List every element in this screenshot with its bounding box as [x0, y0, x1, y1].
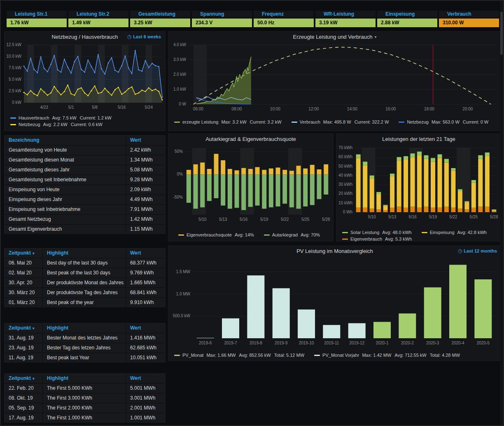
time-range-link[interactable]: ◷Last 6 weeks	[127, 34, 161, 40]
column-header-zeitpunkt[interactable]: Zeitpunkt▾	[5, 374, 42, 383]
legend-swatch-icon	[422, 232, 427, 233]
panel-title[interactable]: Netzbezug / Hausverbrauch	[51, 34, 118, 40]
panel-title[interactable]: Autarkiegrad & Eigenverbrauchsquote	[205, 136, 296, 142]
chevron-down-icon[interactable]: ▾	[374, 35, 376, 39]
svg-text:2.0 kW: 2.0 kW	[173, 72, 187, 77]
column-header-highlight[interactable]: Highlight	[42, 374, 126, 383]
legend-item-autarkiegrad[interactable]: AutarkiegradAvg: 70%	[264, 232, 323, 238]
legend-value: Avg: 2.2 kW	[43, 122, 68, 128]
netzbezug-hausverbrauch-chart[interactable]: 0 kW2.5 kW5.0 kW7.5 kW10.0 kW12.5 kW4/23…	[5, 42, 165, 114]
legend-value: Avg: 7.5 kW	[52, 115, 77, 121]
svg-text:5/16: 5/16	[408, 215, 417, 219]
stat-title[interactable]: Frequenz	[254, 11, 314, 18]
column-header-zeitpunkt[interactable]: Zeitpunkt▾	[5, 248, 42, 258]
svg-text:2019-8: 2019-8	[250, 341, 263, 345]
stat-value: 310.00 W	[439, 19, 499, 27]
column-header-zeitpunkt[interactable]: Zeitpunkt▾	[5, 323, 42, 333]
legend-swatch-icon	[178, 234, 184, 236]
legend-item-erzeugte-leistung[interactable]: erzeugte LeistungMax: 3.2 kWCurrent: 3.2…	[174, 119, 285, 125]
table-cell: 30. März 20	[5, 288, 42, 297]
stat-title[interactable]: Einspeisung	[377, 11, 437, 18]
column-header-bezeichnung[interactable]: Bezeichnung	[5, 136, 126, 145]
svg-text:2020-5: 2020-5	[477, 341, 490, 345]
stat-panel-gesamtleistung: Gesamtleistung3.25 kW	[130, 11, 190, 27]
table-row: Einspeisung von Heute2.09 kWh	[5, 185, 165, 195]
stat-title[interactable]: Gesamtleistung	[130, 11, 190, 18]
legend-item-einspeisung[interactable]: EinspeisungAvg: 42.8 kWh	[422, 229, 490, 236]
table-row: Einspeisung dieses Jahr4.49 MWh	[5, 195, 165, 205]
leistungen-legend: Solar LeistungAvg: 48.0 kWhEinspeisungAv…	[336, 229, 501, 243]
leistungen-21-tage-chart[interactable]: 0 Wh10 kWh20 kWh30 kWh40 kWh50 kWh60 kWh…	[336, 144, 501, 229]
stat-title[interactable]: Verbrauch	[439, 11, 499, 18]
pv-monatsvergleich-chart[interactable]: 500.0 kW1.0 MW1.5 MW2019-62019-72019-820…	[168, 256, 501, 351]
table-cell: Best peak of the year	[42, 298, 126, 307]
column-header-wert[interactable]: Wert	[126, 323, 165, 333]
column-header-wert[interactable]: Wert	[126, 136, 165, 145]
panel-header: Erzeugte Leistung und Verbrauch ▾	[168, 32, 501, 42]
svg-text:12.5 kW: 12.5 kW	[6, 42, 21, 47]
legend-item-netzbezug[interactable]: NetzbezugMax: 563.0 WCurrent: 0 W	[399, 119, 492, 125]
legend-swatch-icon	[174, 355, 180, 356]
legend-item-pv-monat-vorjahr[interactable]: PV_Monat VorjahrMax: 1.42 MWAvg: 712.55 …	[314, 352, 463, 358]
svg-text:0 W: 0 W	[179, 102, 186, 106]
panel-pv-monatsvergleich: PV Leistung im Monatsvergleich ◷Last 12 …	[168, 246, 502, 361]
panel-autarkiegrad: Autarkiegrad & Eigenverbrauchsquote 50%0…	[168, 133, 334, 241]
legend-label: PV_Monat	[182, 352, 203, 358]
scrollbar-thumb[interactable]	[500, 12, 503, 55]
table-cell: 9.910 kWh	[126, 298, 165, 307]
time-range-link[interactable]: ◷Last 12 months	[458, 248, 497, 254]
legend-item-eigenverbrauchsquote[interactable]: EigenverbrauchsquoteAvg: 14%	[178, 232, 257, 238]
netzbezug-legend: HausverbrauchAvg: 7.5 kWCurrent: 1.2 kWN…	[5, 114, 165, 129]
stat-panel-verbrauch: Verbrauch310.00 W	[439, 11, 499, 27]
table-cell: Gesamtleistung diesen Monat	[5, 155, 126, 165]
table-row: Gesamtleistung seit Inberiebnahme9.28 MW…	[5, 175, 165, 185]
legend-label: Autarkiegrad	[272, 232, 298, 238]
table-cell: 11. Aug. 19	[5, 353, 42, 363]
svg-text:5/25: 5/25	[470, 215, 478, 219]
legend-value: Current: 322.2 W	[355, 119, 389, 125]
table-cell: 4.49 MWh	[126, 195, 165, 204]
stat-title[interactable]: Leistung Str.1	[7, 11, 67, 18]
table-row: Gesamtleistung von Heute2.42 kWh	[5, 145, 165, 155]
svg-text:50%: 50%	[175, 149, 183, 154]
legend-value: Current: 0.6 kW	[71, 122, 103, 128]
erzeugte-leistung-chart[interactable]: 0 W1.0 kW2.0 kW3.0 kW4.0 kW06:0008:0010:…	[168, 42, 501, 118]
table-cell: Bester Tag des letzen Jahres	[42, 343, 126, 353]
table-cell: The First 5.000 KWh	[42, 384, 126, 393]
column-header-wert[interactable]: Wert	[126, 374, 165, 383]
svg-text:30 kWh: 30 kWh	[338, 182, 352, 187]
svg-text:5/8: 5/8	[92, 105, 98, 110]
table-cell: The First 1.000 KWh	[42, 413, 126, 423]
stat-title[interactable]: WR-Leistung	[315, 11, 376, 18]
autarkiegrad-chart[interactable]: 50%0%-50%5/105/135/165/195/225/255/28	[168, 144, 333, 231]
svg-text:1.0 MW: 1.0 MW	[176, 292, 191, 296]
legend-label: Verbrauch	[300, 119, 320, 125]
column-header-highlight[interactable]: Highlight	[42, 248, 126, 258]
time-range-label: Last 12 months	[464, 248, 497, 253]
panel-title[interactable]: PV Leistung im Monatsvergleich	[296, 248, 373, 254]
table-row: 01. März 20Best peak of the year9.910 kW…	[5, 298, 165, 308]
column-header-highlight[interactable]: Highlight	[42, 323, 126, 333]
legend-label: Hausverbrauch	[19, 115, 49, 121]
panel-title[interactable]: Leistungen der letzten 21 Tage	[382, 136, 455, 142]
svg-text:20:00: 20:00	[462, 107, 473, 111]
legend-item-pv-monat[interactable]: PV_MonatMax: 1.66 MWAvg: 852.56 kWTotal:…	[174, 352, 308, 358]
grafana-solar-dashboard: Leistung Str.11.76 kWLeistung Str.21.49 …	[0, 0, 504, 426]
legend-value: Max: 495.8 W	[323, 119, 351, 125]
panel-title[interactable]: Erzeugte Leistung und Verbrauch	[293, 34, 373, 40]
table-row: Einspeisung seit Inbetriebnahme7.91 MWh	[5, 205, 165, 215]
svg-text:2020-3: 2020-3	[426, 341, 439, 345]
stat-title[interactable]: Leistung Str.2	[68, 11, 128, 18]
legend-item-netzbezug[interactable]: NetzbezugAvg: 2.2 kWCurrent: 0.6 kW	[10, 122, 159, 128]
legend-item-solar-leistung[interactable]: Solar LeistungAvg: 48.0 kWh	[342, 229, 415, 236]
column-header-wert[interactable]: Wert	[126, 248, 165, 258]
table-row: Gesamtleistung dieses Jahr5.08 MWh	[5, 165, 165, 175]
legend-item-hausverbrauch[interactable]: HausverbrauchAvg: 7.5 kWCurrent: 1.2 kW	[10, 115, 159, 121]
legend-item-eigenverbrauch[interactable]: EigenverbrauchAvg: 5.3 kWh	[342, 236, 415, 242]
stat-title[interactable]: Spannung	[192, 11, 252, 18]
svg-text:40 kWh: 40 kWh	[338, 173, 352, 178]
legend-item-verbrauch[interactable]: VerbrauchMax: 495.8 WCurrent: 322.2 W	[292, 119, 392, 125]
panel-header: Netzbezug / Hausverbrauch ◷Last 6 weeks	[5, 32, 165, 42]
legend-label: erzeugte Leistung	[182, 119, 218, 125]
svg-text:5/19: 5/19	[260, 217, 268, 222]
